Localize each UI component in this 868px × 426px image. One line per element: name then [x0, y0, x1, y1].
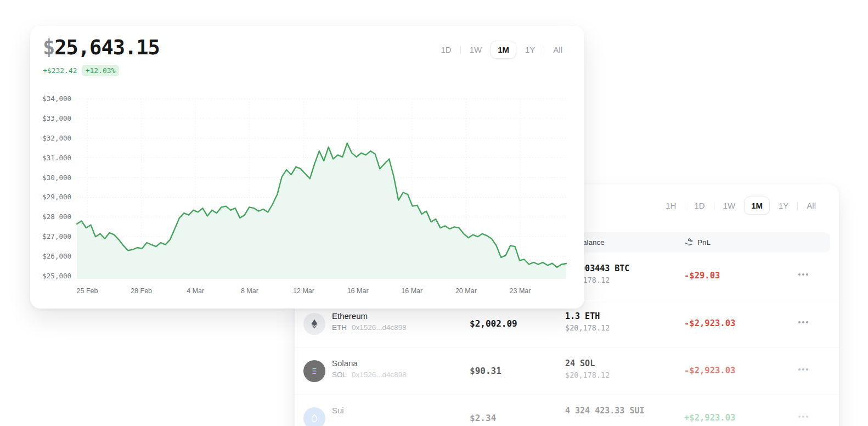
asset-row[interactable]: Solana SOL0x1526...d4c898 $90.31 24 SOL … — [295, 347, 839, 394]
asset-subline: SOL0x1526...d4c898 — [332, 371, 407, 379]
asset-pnl: -$2,923.03 — [684, 366, 735, 375]
asset-balance: 1.3 ETH $20,178.12 — [565, 311, 610, 332]
asset-fiat-value: $20,178.12 — [565, 323, 610, 332]
asset-price: $90.31 — [470, 366, 501, 376]
y-axis-tick: $31.000 — [30, 154, 71, 162]
x-axis-tick: 16 Mar — [393, 287, 431, 295]
asset-symbol: SOL — [332, 371, 347, 379]
row-menu-button[interactable] — [798, 273, 808, 276]
column-header-pnl-label: PnL — [697, 238, 711, 246]
asset-identity: Sui — [332, 406, 344, 426]
tab-divider — [797, 202, 798, 210]
portfolio-card: $25,643.15 +$232.42 +12.03% 1D1W1M1YAll … — [30, 26, 584, 309]
column-header-pnl: PnL — [684, 232, 711, 253]
asset-subline — [332, 418, 344, 426]
assets-timeframe-tabs: 1H1D1W1M1YAll — [660, 197, 821, 215]
asset-icon — [303, 360, 325, 382]
asset-name: Ethereum — [332, 311, 407, 321]
timeframe-tab-1m[interactable]: 1M — [744, 197, 770, 215]
asset-address[interactable]: 0x1526...d4c898 — [352, 371, 407, 379]
x-axis-tick: 16 Mar — [339, 287, 377, 295]
y-axis-tick: $29,000 — [30, 193, 71, 201]
hand-coins-icon — [684, 238, 694, 247]
asset-name: Sui — [332, 406, 344, 415]
row-menu-button[interactable] — [798, 416, 808, 418]
asset-amount: 4 324 423.33 SUI — [565, 406, 645, 416]
asset-icon — [303, 313, 325, 335]
y-axis-tick: $33,000 — [30, 114, 71, 122]
asset-balance: 4 324 423.33 SUI — [565, 406, 645, 418]
asset-identity: Ethereum ETH0x1526...d4c898 — [332, 311, 407, 332]
asset-symbol: ETH — [332, 323, 347, 332]
row-menu-button[interactable] — [798, 321, 808, 323]
asset-subline: ETH0x1526...d4c898 — [332, 323, 407, 332]
timeframe-tab-1w[interactable]: 1W — [718, 197, 741, 215]
asset-amount: 24 SOL — [565, 358, 610, 368]
row-menu-button[interactable] — [798, 368, 808, 371]
portfolio-chart[interactable]: $34,000$33,000$32,000$31.000$30,000$29,0… — [30, 26, 584, 309]
y-axis-tick: $32,000 — [30, 134, 71, 142]
y-axis-tick: $25,000 — [30, 272, 71, 280]
timeframe-tab-all[interactable]: All — [801, 197, 821, 215]
x-axis-tick: 4 Mar — [176, 287, 215, 295]
timeframe-tab-1h[interactable]: 1H — [660, 197, 681, 215]
x-axis-tick: 25 Feb — [68, 287, 106, 295]
timeframe-tab-1y[interactable]: 1Y — [773, 197, 794, 215]
asset-balance: 24 SOL $20,178.12 — [565, 358, 610, 379]
asset-address[interactable]: 0x1526...d4c898 — [352, 323, 407, 332]
x-axis-tick: 23 Mar — [501, 287, 539, 295]
y-axis-tick: $26,000 — [30, 252, 71, 260]
x-axis-tick: 12 Mar — [285, 287, 323, 295]
timeframe-tab-1d[interactable]: 1D — [689, 197, 710, 215]
asset-amount: 1.3 ETH — [565, 311, 610, 321]
asset-identity: Solana SOL0x1526...d4c898 — [332, 358, 407, 379]
tab-divider — [714, 202, 714, 210]
solana-icon — [308, 365, 320, 377]
y-axis-tick: $28 000 — [30, 212, 71, 221]
ethereum-icon — [308, 318, 320, 330]
portfolio-chart-canvas[interactable] — [30, 26, 584, 309]
asset-fiat-value: $20,178.12 — [565, 371, 610, 379]
asset-row[interactable]: Sui $2.34 4 324 423.33 SUI +$2,923.03 — [295, 394, 839, 426]
y-axis-tick: $30,000 — [30, 173, 71, 182]
asset-price: $2.34 — [470, 413, 496, 423]
x-axis-tick: 20 Mar — [447, 287, 485, 295]
sui-icon — [308, 412, 320, 424]
asset-pnl: -$29.03 — [684, 271, 720, 281]
asset-pnl: +$2,923.03 — [684, 413, 735, 423]
tab-divider — [685, 202, 685, 210]
y-axis-tick: $27,000 — [30, 232, 71, 240]
asset-icon — [303, 407, 325, 426]
x-axis-tick: 28 Feb — [122, 287, 161, 295]
asset-price: $2,002.09 — [470, 318, 517, 329]
chart-area-fill — [77, 143, 566, 279]
asset-name: Solana — [332, 358, 407, 368]
asset-pnl: -$2,923.03 — [684, 318, 735, 328]
y-axis-tick: $34,000 — [30, 94, 71, 103]
x-axis-tick: 8 Mar — [230, 287, 269, 295]
